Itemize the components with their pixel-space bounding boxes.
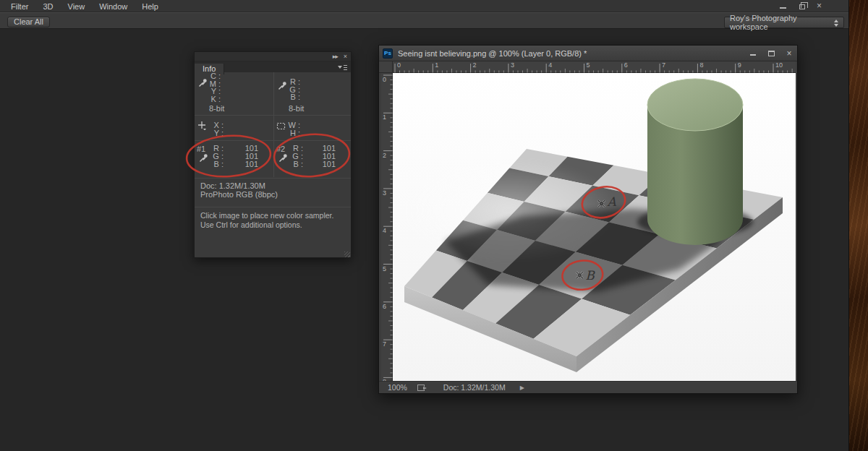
panel-divider	[195, 178, 351, 179]
svg-text:0: 0	[397, 61, 401, 69]
workspace-updown-icon	[834, 20, 840, 27]
svg-text:4: 4	[548, 61, 552, 69]
info-panel: ▸▸ × Info C :M :Y :K :8-bit R :G :B :8-b…	[194, 51, 352, 258]
sampler-channel-name: B :	[286, 160, 303, 168]
svg-text:4: 4	[383, 227, 386, 234]
desktop-background	[849, 0, 868, 451]
svg-text:8: 8	[699, 61, 703, 69]
channel-name: B :	[283, 93, 300, 101]
sampler-channel-value: 101	[314, 160, 336, 168]
svg-text:3: 3	[511, 61, 514, 69]
workspace-selector[interactable]: Roy's Photography workspace	[724, 17, 844, 28]
bit-depth-label[interactable]: 8-bit	[209, 104, 224, 113]
panel-divider	[195, 207, 351, 207]
color-profile-readout: ProPhoto RGB (8bpc)	[200, 190, 278, 199]
svg-text:3: 3	[383, 189, 386, 197]
eyedropper-icon	[199, 153, 208, 163]
zoom-level-field[interactable]: 100%	[388, 383, 407, 392]
sampler-channel-name: B :	[206, 160, 224, 168]
panel-divider	[195, 115, 351, 116]
sampler-channel-row: R :101	[195, 145, 273, 153]
sampler-channel-row: R :101	[274, 145, 353, 153]
panel-collapse-icon[interactable]: ▸▸	[333, 53, 338, 60]
app-minimize-button[interactable]	[778, 1, 788, 10]
svg-text:9: 9	[738, 61, 741, 69]
eyedropper-icon[interactable]	[278, 81, 287, 90]
svg-text:2: 2	[473, 61, 477, 69]
square-label: A	[607, 194, 617, 209]
svg-text:1: 1	[383, 113, 386, 121]
document-window-controls: ×	[749, 46, 793, 61]
vertical-ruler[interactable]: 012345678	[381, 73, 393, 382]
channel-label: K :	[195, 95, 273, 103]
square-label: B	[585, 268, 595, 283]
ruler-corner[interactable]	[379, 61, 393, 73]
svg-text:0: 0	[383, 76, 386, 83]
svg-text:2: 2	[383, 152, 386, 159]
document-statusbar: 100% Doc: 1.32M/1.30M ▶	[379, 381, 797, 393]
menu-item-3d[interactable]: 3D	[38, 1, 58, 12]
panel-resize-grip[interactable]	[344, 252, 350, 257]
svg-text:1: 1	[435, 61, 438, 69]
channel-label: B :	[274, 93, 353, 101]
svg-text:10: 10	[775, 61, 783, 69]
doc-minimize-button[interactable]	[749, 49, 757, 58]
menu-item-help[interactable]: Help	[137, 1, 163, 12]
photoshop-app-window: Filter3DViewWindowHelp × Clear All Roy's…	[0, 0, 849, 451]
status-options-arrow-icon[interactable]: ▶	[520, 385, 524, 391]
panel-divider	[195, 140, 351, 141]
svg-text:6: 6	[383, 303, 386, 310]
document-canvas[interactable]: AB	[393, 73, 796, 382]
menu-item-view[interactable]: View	[63, 1, 90, 12]
menu-item-window[interactable]: Window	[94, 1, 132, 12]
panel-menu-icon[interactable]	[338, 64, 347, 70]
document-titlebar[interactable]: Ps Seeing isnt believing.png @ 100% (Lay…	[379, 46, 797, 61]
channel-name: K :	[203, 95, 221, 103]
options-bar: Clear All Roy's Photography workspace	[0, 12, 848, 29]
svg-text:5: 5	[587, 61, 590, 69]
bit-depth-label[interactable]: 8-bit	[289, 104, 304, 113]
clear-all-button[interactable]: Clear All	[7, 17, 50, 27]
h-label: H :	[283, 129, 300, 137]
eyedropper-icon[interactable]	[198, 78, 208, 87]
channel-label: Y :	[195, 87, 273, 95]
status-page-icon[interactable]	[417, 385, 425, 391]
svg-text:6: 6	[624, 61, 628, 69]
doc-size-readout: Doc: 1.32M/1.30M	[200, 181, 265, 190]
panel-close-icon[interactable]: ×	[344, 53, 346, 60]
eyedropper-icon	[278, 153, 288, 163]
workspace-selector-label: Roy's Photography workspace	[730, 14, 832, 31]
info-panel-tabs: Info	[195, 61, 351, 72]
app-window-controls: ×	[778, 1, 824, 11]
document-window: Ps Seeing isnt believing.png @ 100% (Lay…	[378, 45, 798, 394]
doc-maximize-button[interactable]	[767, 49, 775, 58]
doc-close-button[interactable]: ×	[785, 49, 793, 58]
document-title: Seeing isnt believing.png @ 100% (Layer …	[398, 49, 587, 58]
menu-bar: Filter3DViewWindowHelp ×	[0, 0, 848, 12]
horizontal-ruler[interactable]: 012345678910	[393, 61, 796, 73]
sampler-channel-value: 101	[237, 160, 258, 168]
ps-file-icon: Ps	[383, 48, 393, 59]
app-restore-button[interactable]	[796, 1, 806, 10]
status-doc-size: Doc: 1.32M/1.30M	[443, 383, 506, 392]
menu-item-filter[interactable]: Filter	[6, 1, 33, 12]
panel-tip-text: Click image to place new color sampler. …	[200, 211, 345, 230]
svg-text:5: 5	[383, 265, 386, 272]
app-close-button[interactable]: ×	[814, 1, 824, 10]
info-panel-body: C :M :Y :K :8-bit R :G :B :8-bit X : Y :…	[195, 72, 351, 258]
svg-text:7: 7	[662, 61, 665, 69]
svg-text:7: 7	[383, 340, 386, 348]
info-panel-titlebar[interactable]: ▸▸ ×	[195, 52, 351, 61]
